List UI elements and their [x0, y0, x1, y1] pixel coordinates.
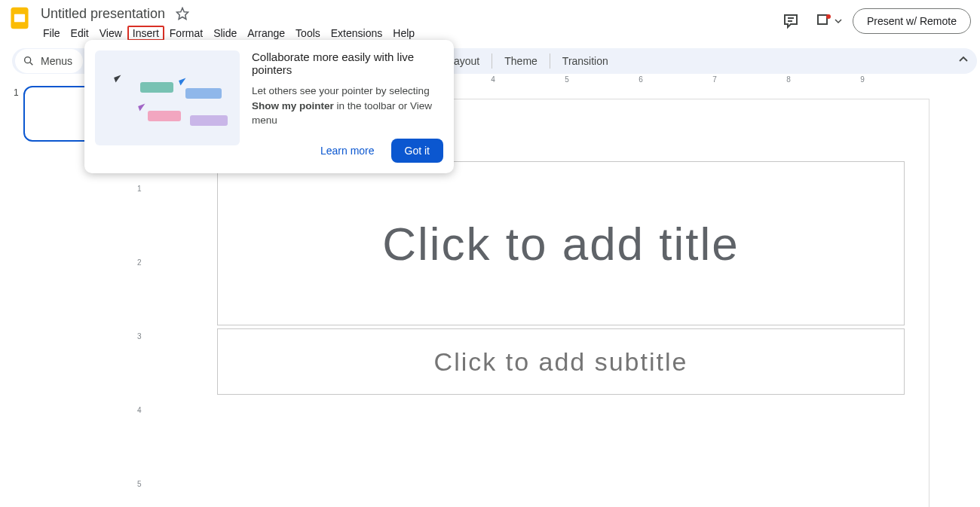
menu-file[interactable]: File — [38, 26, 66, 41]
menu-tools[interactable]: Tools — [290, 26, 326, 41]
present-remote-button[interactable]: Present w/ Remote — [853, 8, 971, 34]
svg-point-6 — [25, 57, 31, 63]
ruler-tick: 5 — [565, 75, 569, 84]
svg-rect-1 — [14, 14, 25, 23]
ruler-tick: 7 — [712, 75, 717, 84]
menu-search-label: Menus — [41, 55, 72, 67]
title-placeholder-text: Click to add title — [382, 217, 740, 270]
ruler-tick: 2 — [137, 258, 142, 267]
present-button[interactable] — [812, 12, 845, 30]
svg-point-5 — [826, 14, 831, 19]
header-right: Present w/ Remote — [777, 8, 971, 35]
menu-view[interactable]: View — [94, 26, 127, 41]
ruler-tick: 8 — [786, 75, 791, 84]
document-title[interactable]: Untitled presentation — [38, 5, 168, 23]
popover-text: Let others see your pointer by selecting… — [252, 84, 443, 128]
popover-body: Collaborate more easily with live pointe… — [252, 50, 443, 163]
ruler-tick: 4 — [491, 75, 495, 84]
slide-number: 1 — [14, 87, 19, 98]
ruler-tick: 5 — [137, 480, 142, 488]
header: Untitled presentation File Edit View Ins… — [0, 0, 980, 42]
menu-format[interactable]: Format — [164, 26, 208, 41]
help-popover: Collaborate more easily with live pointe… — [84, 40, 454, 173]
transition-button[interactable]: Transition — [558, 52, 613, 70]
collapse-toolbar-icon[interactable] — [957, 53, 969, 69]
title-placeholder-box[interactable]: Click to add title — [217, 161, 905, 325]
comments-icon[interactable] — [777, 8, 804, 35]
menu-arrange[interactable]: Arrange — [242, 26, 290, 41]
ruler-tick: 1 — [137, 185, 142, 193]
ruler-tick: 9 — [860, 75, 865, 84]
subtitle-placeholder-box[interactable]: Click to add subtitle — [217, 328, 905, 395]
svg-line-7 — [30, 63, 32, 65]
popover-actions: Learn more Got it — [252, 128, 443, 163]
search-icon — [23, 55, 35, 67]
subtitle-placeholder-text: Click to add subtitle — [434, 347, 688, 377]
ruler-tick: 3 — [137, 332, 142, 341]
toolbar-right: Layout Theme Transition — [427, 52, 613, 70]
title-area: Untitled presentation File Edit View Ins… — [38, 5, 777, 42]
menu-insert[interactable]: Insert — [127, 26, 164, 41]
chevron-down-icon[interactable] — [835, 17, 842, 25]
menu-help[interactable]: Help — [387, 26, 420, 41]
menu-extensions[interactable]: Extensions — [326, 26, 387, 41]
learn-more-button[interactable]: Learn more — [311, 139, 384, 163]
popover-title: Collaborate more easily with live pointe… — [252, 50, 443, 76]
app-logo[interactable] — [9, 5, 30, 32]
popover-text-pre: Let others see your pointer by selecting — [252, 85, 430, 96]
popover-illustration — [95, 50, 240, 145]
svg-marker-2 — [177, 8, 188, 20]
theme-button[interactable]: Theme — [500, 52, 542, 70]
menu-slide[interactable]: Slide — [208, 26, 242, 41]
ruler-tick: 4 — [137, 406, 142, 414]
toolbar-divider — [492, 53, 492, 69]
toolbar-divider — [550, 53, 550, 69]
got-it-button[interactable]: Got it — [391, 139, 443, 163]
menu-search[interactable]: Menus — [15, 49, 83, 73]
ruler-tick: 6 — [639, 75, 643, 84]
popover-text-bold: Show my pointer — [252, 100, 334, 111]
menu-edit[interactable]: Edit — [66, 26, 94, 41]
title-row: Untitled presentation — [38, 5, 777, 23]
star-icon[interactable] — [176, 7, 189, 20]
